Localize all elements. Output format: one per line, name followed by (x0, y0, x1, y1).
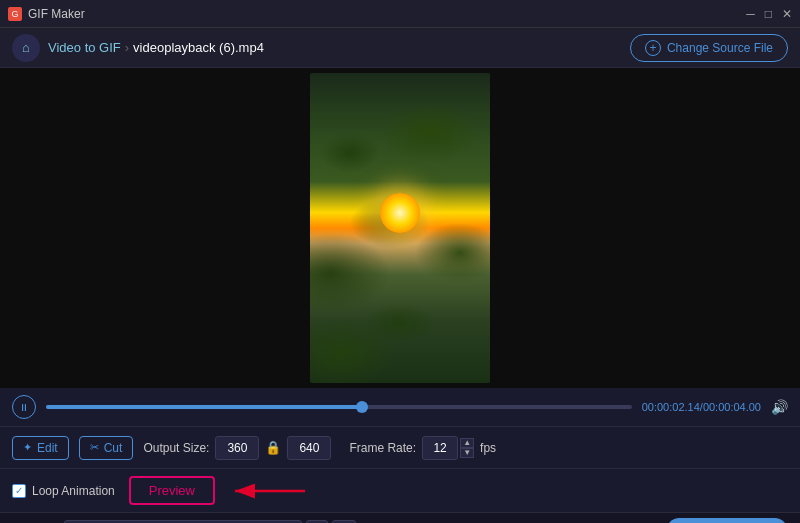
preview-button[interactable]: Preview (129, 476, 215, 505)
time-display: 00:00:02.14/00:00:04.00 (642, 401, 761, 413)
width-input[interactable] (215, 436, 259, 460)
breadcrumb-sep: › (125, 40, 129, 55)
edit-label: Edit (37, 441, 58, 455)
progress-fill (46, 405, 362, 409)
fps-down-arrow[interactable]: ▼ (460, 448, 474, 458)
change-source-label: Change Source File (667, 41, 773, 55)
fps-arrows: ▲ ▼ (460, 438, 474, 458)
maximize-btn[interactable]: □ (765, 8, 772, 20)
cut-icon: ✂ (90, 441, 99, 454)
window-controls: ─ □ ✕ (746, 8, 792, 20)
fps-up-arrow[interactable]: ▲ (460, 438, 474, 448)
controls-bar: ✦ Edit ✂ Cut Output Size: 🔒 Frame Rate: … (0, 426, 800, 468)
nav-left: ⌂ Video to GIF › videoplayback (6).mp4 (12, 34, 264, 62)
video-sun (380, 193, 420, 233)
minimize-btn[interactable]: ─ (746, 8, 755, 20)
plus-circle-icon: + (645, 40, 661, 56)
progress-thumb (356, 401, 368, 413)
playback-bar: ⏸ 00:00:02.14/00:00:04.00 🔊 (0, 388, 800, 426)
breadcrumb-video-to-gif[interactable]: Video to GIF (48, 40, 121, 55)
output-size-label: Output Size: (143, 441, 209, 455)
cut-label: Cut (104, 441, 123, 455)
close-btn[interactable]: ✕ (782, 8, 792, 20)
app-title: GIF Maker (28, 7, 85, 21)
volume-icon[interactable]: 🔊 (771, 399, 788, 415)
video-frame (310, 73, 490, 383)
breadcrumb: Video to GIF › videoplayback (6).mp4 (48, 40, 264, 55)
home-icon: ⌂ (22, 40, 30, 55)
video-area (0, 68, 800, 388)
fps-with-arrows: ▲ ▼ (422, 436, 474, 460)
generate-gif-button[interactable]: Generate GIF (666, 518, 788, 523)
output-size-group: Output Size: 🔒 (143, 436, 331, 460)
fps-input[interactable] (422, 436, 458, 460)
height-input[interactable] (287, 436, 331, 460)
save-path-wrap: C:\Vidmore\Vidmore V... Converter\GIF Ma… (64, 520, 356, 524)
progress-track[interactable] (46, 405, 632, 409)
breadcrumb-file: videoplayback (6).mp4 (133, 40, 264, 55)
frame-rate-group: Frame Rate: ▲ ▼ fps (349, 436, 496, 460)
play-pause-icon: ⏸ (19, 402, 29, 413)
nav-bar: ⌂ Video to GIF › videoplayback (6).mp4 +… (0, 28, 800, 68)
title-bar-left: G GIF Maker (8, 7, 85, 21)
path-dropdown-button[interactable]: ▼ (306, 520, 328, 524)
loop-bar: ✓ Loop Animation Preview (0, 468, 800, 512)
loop-checkbox[interactable]: ✓ (12, 484, 26, 498)
home-button[interactable]: ⌂ (12, 34, 40, 62)
edit-button[interactable]: ✦ Edit (12, 436, 69, 460)
change-source-button[interactable]: + Change Source File (630, 34, 788, 62)
save-path-display: C:\Vidmore\Vidmore V... Converter\GIF Ma… (64, 520, 302, 524)
title-bar: G GIF Maker ─ □ ✕ (0, 0, 800, 28)
cut-button[interactable]: ✂ Cut (79, 436, 134, 460)
path-folder-button[interactable]: 📁 (332, 520, 356, 524)
play-pause-button[interactable]: ⏸ (12, 395, 36, 419)
app-icon: G (8, 7, 22, 21)
lock-icon[interactable]: 🔒 (265, 440, 281, 455)
loop-animation-text: Loop Animation (32, 484, 115, 498)
time-current: 00:00:02.14 (642, 401, 700, 413)
preview-arrow-indicator (230, 481, 310, 501)
edit-icon: ✦ (23, 441, 32, 454)
time-total: 00:00:04.00 (703, 401, 761, 413)
frame-rate-label: Frame Rate: (349, 441, 416, 455)
fps-unit-label: fps (480, 441, 496, 455)
loop-animation-label[interactable]: ✓ Loop Animation (12, 484, 115, 498)
save-bar: Save to: C:\Vidmore\Vidmore V... Convert… (0, 512, 800, 523)
preview-label: Preview (149, 483, 195, 498)
